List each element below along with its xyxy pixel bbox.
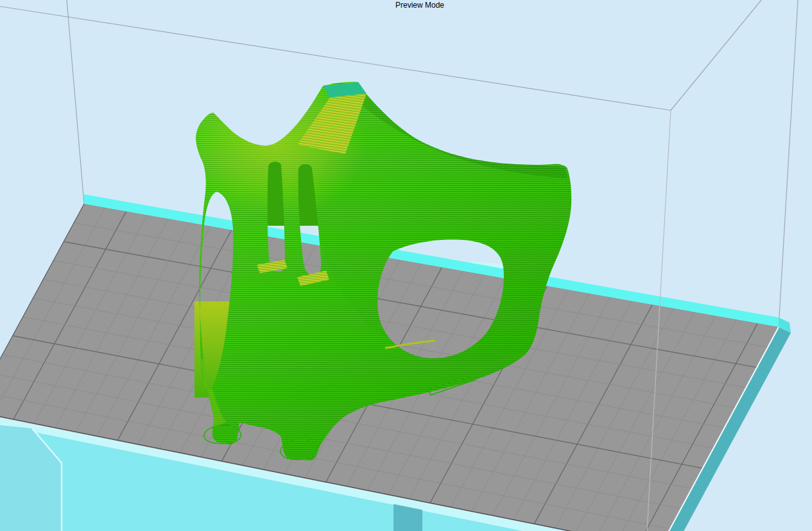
preview-mode-label: Preview Mode	[378, 1, 462, 10]
preview-3d-viewport[interactable]: Preview Mode	[0, 0, 812, 531]
